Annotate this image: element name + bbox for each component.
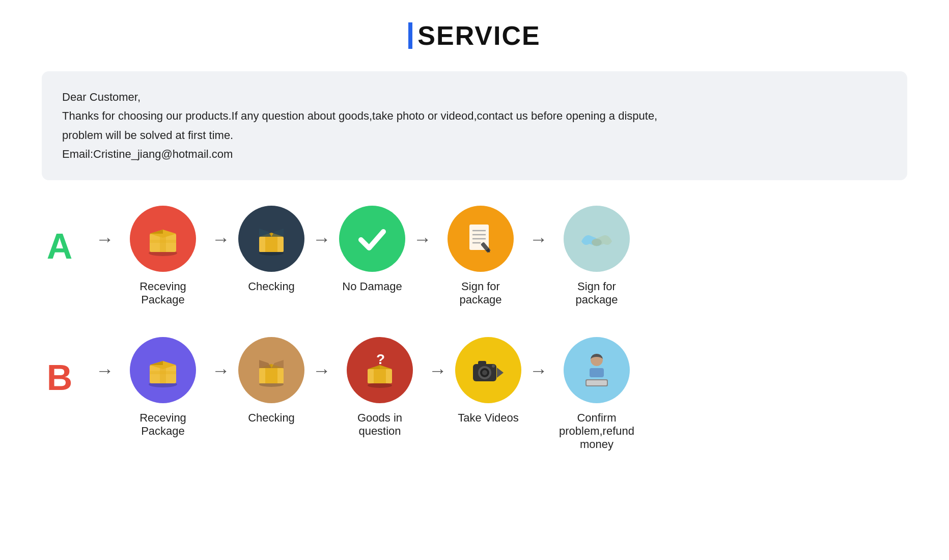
arrow-a0: → (96, 229, 114, 250)
page-title: SERVICE (417, 20, 540, 51)
flow-item-a5: Sign for package (556, 206, 637, 306)
arrow-a4: → (529, 229, 548, 250)
svg-point-34 (368, 383, 392, 388)
label-b5: Confirm problem,refund money (556, 411, 637, 451)
label-a2: Checking (248, 280, 295, 293)
info-box: Dear Customer, Thanks for choosing our p… (42, 71, 907, 180)
arrow-b0: → (96, 360, 114, 381)
info-line1: Dear Customer, (62, 88, 887, 106)
flow-section: A → (42, 206, 907, 451)
arrow-a3: → (413, 229, 432, 250)
svg-rect-26 (150, 371, 176, 374)
svg-point-43 (482, 370, 487, 375)
icon-sign-package1 (448, 206, 514, 272)
svg-rect-36 (374, 369, 386, 383)
flow-item-a4: Sign for package (440, 206, 521, 306)
flow-item-b2: Checking (238, 337, 304, 425)
flow-items-b: Receving Package → Checking (122, 337, 907, 451)
flow-item-b4: Take Videos (455, 337, 521, 425)
icon-checking-a (238, 206, 304, 272)
info-line3: problem will be solved at first time. (62, 126, 887, 145)
svg-rect-5 (150, 240, 176, 243)
arrow-a2: → (313, 229, 331, 250)
svg-marker-11 (259, 229, 271, 237)
flow-items-a: Receving Package → (122, 206, 907, 306)
label-a3: No Damage (342, 280, 402, 293)
icon-receiving-a (130, 206, 196, 272)
icon-receiving-b (130, 337, 196, 403)
label-b1: Receving Package (122, 411, 204, 438)
svg-marker-4 (150, 230, 163, 234)
arrow-b2: → (313, 360, 331, 381)
svg-marker-32 (259, 360, 271, 368)
info-line2: Thanks for choosing our products.If any … (62, 106, 887, 125)
flow-item-a3: No Damage (339, 206, 405, 293)
svg-point-20 (592, 239, 602, 246)
flow-item-b3: ? Goods in question (339, 337, 421, 438)
svg-rect-50 (587, 380, 607, 385)
svg-rect-48 (590, 368, 604, 377)
arrow-b3: → (429, 360, 447, 381)
svg-rect-44 (478, 361, 486, 365)
svg-marker-12 (271, 229, 284, 237)
icon-no-damage (339, 206, 405, 272)
flow-row-b: B → Receving Package → (42, 337, 907, 451)
flow-item-b5: Confirm problem,refund money (556, 337, 637, 451)
icon-take-videos (455, 337, 521, 403)
icon-goods-question: ? (347, 337, 413, 403)
svg-rect-8 (265, 237, 277, 252)
flow-item-a2: Checking (238, 206, 304, 293)
page-title-section: SERVICE (408, 20, 540, 51)
svg-marker-46 (497, 368, 504, 378)
label-b3: Goods in question (339, 411, 421, 438)
svg-marker-33 (271, 360, 284, 368)
arrow-a1: → (212, 229, 230, 250)
title-accent-bar (408, 22, 412, 49)
svg-rect-29 (265, 368, 277, 383)
flow-item-b1: Receving Package (122, 337, 204, 438)
flow-item-a1: Receving Package (122, 206, 204, 306)
svg-marker-25 (150, 361, 163, 365)
label-a5: Sign for package (556, 280, 637, 306)
icon-confirm-refund (564, 337, 630, 403)
label-a1: Receving Package (122, 280, 204, 306)
flow-row-a: A → (42, 206, 907, 306)
letter-b: B (42, 357, 77, 398)
svg-text:?: ? (376, 351, 385, 367)
letter-a: A (42, 226, 77, 267)
arrow-b1: → (212, 360, 230, 381)
svg-point-45 (492, 365, 495, 368)
arrow-b4: → (529, 360, 548, 381)
icon-checking-b (238, 337, 304, 403)
info-line4: Email:Cristine_jiang@hotmail.com (62, 145, 887, 163)
label-b2: Checking (248, 411, 295, 425)
label-b4: Take Videos (458, 411, 518, 425)
label-a4: Sign for package (440, 280, 521, 306)
icon-sign-package2 (564, 206, 630, 272)
